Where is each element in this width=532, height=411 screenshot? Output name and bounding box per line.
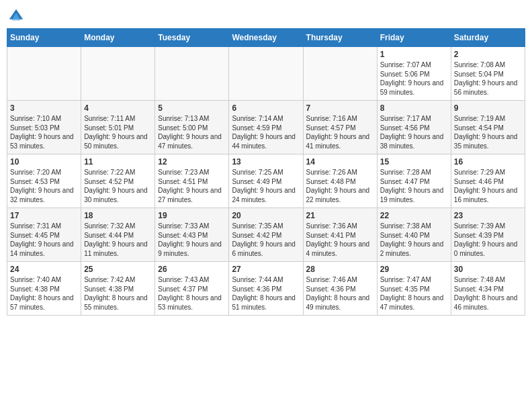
day-number: 15	[380, 157, 448, 167]
day-info: Sunrise: 7:17 AM Sunset: 4:56 PM Dayligh…	[380, 114, 448, 150]
day-number: 16	[454, 157, 522, 167]
day-number: 22	[380, 211, 448, 220]
day-number: 12	[158, 157, 226, 167]
calendar-cell: 28Sunrise: 7:46 AM Sunset: 4:36 PM Dayli…	[303, 262, 377, 316]
day-info: Sunrise: 7:32 AM Sunset: 4:44 PM Dayligh…	[84, 222, 152, 258]
day-number: 14	[306, 157, 374, 167]
calendar-cell: 1Sunrise: 7:07 AM Sunset: 5:06 PM Daylig…	[377, 47, 451, 101]
calendar-cell: 24Sunrise: 7:40 AM Sunset: 4:38 PM Dayli…	[7, 262, 81, 316]
calendar-cell: 2Sunrise: 7:08 AM Sunset: 5:04 PM Daylig…	[451, 47, 525, 101]
day-number: 10	[10, 157, 78, 167]
day-info: Sunrise: 7:13 AM Sunset: 5:00 PM Dayligh…	[158, 114, 226, 150]
day-info: Sunrise: 7:25 AM Sunset: 4:49 PM Dayligh…	[232, 168, 300, 204]
day-info: Sunrise: 7:43 AM Sunset: 4:37 PM Dayligh…	[158, 275, 226, 312]
calendar-cell: 6Sunrise: 7:14 AM Sunset: 4:59 PM Daylig…	[229, 101, 303, 154]
day-info: Sunrise: 7:14 AM Sunset: 4:59 PM Dayligh…	[232, 114, 300, 150]
calendar-cell: 18Sunrise: 7:32 AM Sunset: 4:44 PM Dayli…	[81, 208, 155, 262]
day-number: 3	[10, 103, 78, 113]
calendar-cell	[229, 47, 303, 101]
calendar-cell: 16Sunrise: 7:29 AM Sunset: 4:46 PM Dayli…	[451, 154, 525, 208]
day-number: 6	[232, 103, 300, 113]
calendar-cell: 15Sunrise: 7:28 AM Sunset: 4:47 PM Dayli…	[377, 154, 451, 208]
day-number: 9	[454, 103, 522, 113]
day-info: Sunrise: 7:35 AM Sunset: 4:42 PM Dayligh…	[232, 222, 300, 258]
calendar-week-row: 17Sunrise: 7:31 AM Sunset: 4:45 PM Dayli…	[7, 208, 525, 262]
day-info: Sunrise: 7:31 AM Sunset: 4:45 PM Dayligh…	[10, 222, 78, 258]
calendar-cell: 27Sunrise: 7:44 AM Sunset: 4:36 PM Dayli…	[229, 262, 303, 316]
logo-icon	[7, 7, 26, 26]
calendar-week-row: 3Sunrise: 7:10 AM Sunset: 5:03 PM Daylig…	[7, 101, 525, 154]
calendar-cell	[81, 47, 155, 101]
day-number: 11	[84, 157, 152, 167]
calendar-cell: 11Sunrise: 7:22 AM Sunset: 4:52 PM Dayli…	[81, 154, 155, 208]
day-number: 19	[158, 211, 226, 220]
day-number: 20	[232, 211, 300, 220]
calendar-cell: 10Sunrise: 7:20 AM Sunset: 4:53 PM Dayli…	[7, 154, 81, 208]
day-number: 2	[454, 50, 522, 59]
logo	[7, 7, 28, 26]
day-info: Sunrise: 7:10 AM Sunset: 5:03 PM Dayligh…	[10, 114, 78, 150]
day-number: 29	[380, 265, 448, 274]
calendar-cell: 12Sunrise: 7:23 AM Sunset: 4:51 PM Dayli…	[155, 154, 229, 208]
day-number: 24	[10, 265, 78, 274]
calendar-cell: 9Sunrise: 7:19 AM Sunset: 4:54 PM Daylig…	[451, 101, 525, 154]
page-header	[7, 7, 525, 26]
calendar-cell	[303, 47, 377, 101]
calendar-cell: 4Sunrise: 7:11 AM Sunset: 5:01 PM Daylig…	[81, 101, 155, 154]
calendar-cell: 17Sunrise: 7:31 AM Sunset: 4:45 PM Dayli…	[7, 208, 81, 262]
calendar-cell	[155, 47, 229, 101]
day-info: Sunrise: 7:33 AM Sunset: 4:43 PM Dayligh…	[158, 222, 226, 258]
day-info: Sunrise: 7:23 AM Sunset: 4:51 PM Dayligh…	[158, 168, 226, 204]
day-info: Sunrise: 7:08 AM Sunset: 5:04 PM Dayligh…	[454, 60, 522, 97]
day-info: Sunrise: 7:39 AM Sunset: 4:39 PM Dayligh…	[454, 222, 522, 258]
day-number: 26	[158, 265, 226, 274]
calendar-cell: 14Sunrise: 7:26 AM Sunset: 4:48 PM Dayli…	[303, 154, 377, 208]
calendar-cell: 30Sunrise: 7:48 AM Sunset: 4:34 PM Dayli…	[451, 262, 525, 316]
calendar-cell	[7, 47, 81, 101]
day-number: 13	[232, 157, 300, 167]
calendar-table: SundayMondayTuesdayWednesdayThursdayFrid…	[7, 28, 525, 316]
calendar-cell: 23Sunrise: 7:39 AM Sunset: 4:39 PM Dayli…	[451, 208, 525, 262]
calendar-week-row: 1Sunrise: 7:07 AM Sunset: 5:06 PM Daylig…	[7, 47, 525, 101]
day-number: 5	[158, 103, 226, 113]
day-number: 23	[454, 211, 522, 220]
day-info: Sunrise: 7:19 AM Sunset: 4:54 PM Dayligh…	[454, 114, 522, 150]
day-header-tuesday: Tuesday	[155, 29, 229, 47]
day-number: 1	[380, 50, 448, 59]
day-header-monday: Monday	[81, 29, 155, 47]
calendar-cell: 21Sunrise: 7:36 AM Sunset: 4:41 PM Dayli…	[303, 208, 377, 262]
calendar-cell: 13Sunrise: 7:25 AM Sunset: 4:49 PM Dayli…	[229, 154, 303, 208]
day-header-friday: Friday	[377, 29, 451, 47]
calendar-cell: 29Sunrise: 7:47 AM Sunset: 4:35 PM Dayli…	[377, 262, 451, 316]
day-header-sunday: Sunday	[7, 29, 81, 47]
calendar-cell: 8Sunrise: 7:17 AM Sunset: 4:56 PM Daylig…	[377, 101, 451, 154]
day-headers-row: SundayMondayTuesdayWednesdayThursdayFrid…	[7, 29, 525, 47]
day-header-wednesday: Wednesday	[229, 29, 303, 47]
day-info: Sunrise: 7:48 AM Sunset: 4:34 PM Dayligh…	[454, 275, 522, 312]
day-info: Sunrise: 7:16 AM Sunset: 4:57 PM Dayligh…	[306, 114, 374, 150]
calendar-cell: 20Sunrise: 7:35 AM Sunset: 4:42 PM Dayli…	[229, 208, 303, 262]
calendar-cell: 7Sunrise: 7:16 AM Sunset: 4:57 PM Daylig…	[303, 101, 377, 154]
calendar-cell: 19Sunrise: 7:33 AM Sunset: 4:43 PM Dayli…	[155, 208, 229, 262]
calendar-cell: 25Sunrise: 7:42 AM Sunset: 4:38 PM Dayli…	[81, 262, 155, 316]
day-number: 27	[232, 265, 300, 274]
calendar-cell: 22Sunrise: 7:38 AM Sunset: 4:40 PM Dayli…	[377, 208, 451, 262]
day-info: Sunrise: 7:22 AM Sunset: 4:52 PM Dayligh…	[84, 168, 152, 204]
day-info: Sunrise: 7:38 AM Sunset: 4:40 PM Dayligh…	[380, 222, 448, 258]
day-number: 30	[454, 265, 522, 274]
day-info: Sunrise: 7:40 AM Sunset: 4:38 PM Dayligh…	[10, 275, 78, 312]
calendar-week-row: 24Sunrise: 7:40 AM Sunset: 4:38 PM Dayli…	[7, 262, 525, 316]
day-info: Sunrise: 7:47 AM Sunset: 4:35 PM Dayligh…	[380, 275, 448, 312]
day-number: 4	[84, 103, 152, 113]
day-number: 25	[84, 265, 152, 274]
calendar-cell: 5Sunrise: 7:13 AM Sunset: 5:00 PM Daylig…	[155, 101, 229, 154]
day-info: Sunrise: 7:28 AM Sunset: 4:47 PM Dayligh…	[380, 168, 448, 204]
day-info: Sunrise: 7:29 AM Sunset: 4:46 PM Dayligh…	[454, 168, 522, 204]
day-number: 28	[306, 265, 374, 274]
day-number: 7	[306, 103, 374, 113]
day-number: 21	[306, 211, 374, 220]
day-number: 17	[10, 211, 78, 220]
day-number: 18	[84, 211, 152, 220]
calendar-week-row: 10Sunrise: 7:20 AM Sunset: 4:53 PM Dayli…	[7, 154, 525, 208]
day-info: Sunrise: 7:20 AM Sunset: 4:53 PM Dayligh…	[10, 168, 78, 204]
